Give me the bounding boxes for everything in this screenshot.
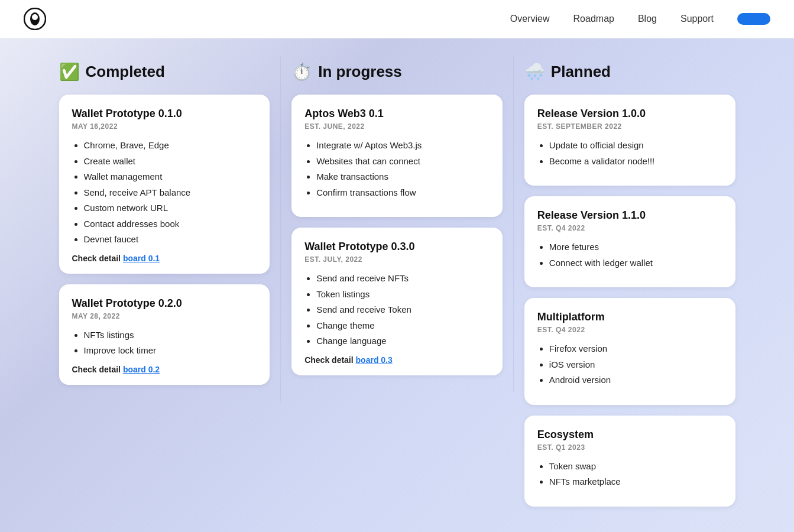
list-item: Improve lock timer bbox=[84, 344, 257, 358]
in-progress-icon: ⏱️ bbox=[291, 62, 312, 82]
list-item: Android version bbox=[549, 374, 722, 387]
card-title: Wallet Prototype 0.3.0 bbox=[304, 241, 490, 253]
card-footer: Check detail board 0.1 bbox=[72, 254, 257, 263]
list-item: Create wallet bbox=[84, 155, 257, 168]
card-items-list: Send and receive NFTsToken listingsSend … bbox=[304, 272, 490, 348]
card-date: MAY 28, 2022 bbox=[72, 312, 257, 320]
card-date: EST. SEPTEMBER 2022 bbox=[537, 122, 722, 131]
nav-links: OverviewRoadmapBlogSupport bbox=[510, 14, 714, 24]
list-item: Send, receive APT balance bbox=[84, 186, 257, 200]
column-planned: 🌨️PlannedRelease Version 1.0.0EST. SEPTE… bbox=[514, 56, 746, 523]
column-header-completed: ✅Completed bbox=[59, 62, 270, 82]
card-items-list: Token swapNFTs marketplace bbox=[537, 460, 722, 489]
nav-link-overview[interactable]: Overview bbox=[510, 14, 550, 24]
list-item: NFTs listings bbox=[84, 329, 257, 342]
card-date: EST. Q4 2022 bbox=[537, 224, 722, 232]
card-items-list: NFTs listingsImprove lock timer bbox=[72, 329, 257, 358]
card-items-list: Firefox versioniOS versionAndroid versio… bbox=[537, 342, 722, 387]
column-header-planned: 🌨️Planned bbox=[524, 62, 735, 82]
completed-icon: ✅ bbox=[59, 62, 80, 82]
card-planned-2: MultiplatformEST. Q4 2022Firefox version… bbox=[524, 298, 735, 405]
list-item: Change language bbox=[316, 335, 490, 348]
column-title-planned: Planned bbox=[551, 63, 611, 81]
card-title: Aptos Web3 0.1 bbox=[304, 108, 490, 120]
card-items-list: Integrate w/ Aptos Web3.jsWebsites that … bbox=[304, 139, 490, 199]
column-completed: ✅CompletedWallet Prototype 0.1.0MAY 16,2… bbox=[48, 56, 281, 401]
nav-link-support[interactable]: Support bbox=[680, 14, 714, 24]
list-item: Wallet management bbox=[84, 170, 257, 184]
list-item: Change theme bbox=[316, 319, 490, 333]
roadmap-columns: ✅CompletedWallet Prototype 0.1.0MAY 16,2… bbox=[48, 56, 746, 523]
planned-icon: 🌨️ bbox=[524, 62, 545, 82]
card-items-list: Chrome, Brave, EdgeCreate walletWallet m… bbox=[72, 139, 257, 246]
download-button[interactable] bbox=[737, 13, 770, 25]
column-in-progress: ⏱️In progressAptos Web3 0.1EST. JUNE, 20… bbox=[281, 56, 514, 392]
card-footer: Check detail board 0.3 bbox=[304, 355, 490, 365]
fewcha-logo-icon bbox=[24, 8, 46, 30]
column-header-in-progress: ⏱️In progress bbox=[291, 62, 503, 82]
svg-point-2 bbox=[32, 14, 38, 20]
card-footer-link[interactable]: board 0.2 bbox=[123, 365, 160, 374]
card-date: EST. Q4 2022 bbox=[537, 326, 722, 334]
card-title: Wallet Prototype 0.2.0 bbox=[72, 297, 257, 310]
card-title: Release Version 1.1.0 bbox=[537, 209, 722, 222]
card-title: Wallet Prototype 0.1.0 bbox=[72, 108, 257, 120]
card-footer-link[interactable]: board 0.3 bbox=[356, 355, 393, 365]
list-item: Firefox version bbox=[549, 342, 722, 356]
card-date: EST. JUNE, 2022 bbox=[304, 122, 490, 131]
list-item: Send and receive NFTs bbox=[316, 272, 490, 286]
column-title-completed: Completed bbox=[86, 63, 165, 81]
card-date: EST. JULY, 2022 bbox=[304, 255, 490, 264]
column-title-in-progress: In progress bbox=[318, 63, 402, 81]
list-item: NFTs marketplace bbox=[549, 475, 722, 489]
card-footer-link[interactable]: board 0.1 bbox=[123, 254, 160, 263]
card-title: Release Version 1.0.0 bbox=[537, 108, 722, 120]
card-items-list: More feturesConnect with ledger wallet bbox=[537, 241, 722, 270]
list-item: Send and receive Token bbox=[316, 303, 490, 317]
list-item: Make transactions bbox=[316, 170, 490, 184]
nav-logo[interactable] bbox=[24, 8, 52, 30]
list-item: Token swap bbox=[549, 460, 722, 473]
list-item: Custom network URL bbox=[84, 202, 257, 215]
card-in-progress-1: Wallet Prototype 0.3.0EST. JULY, 2022Sen… bbox=[291, 228, 503, 375]
list-item: iOS version bbox=[549, 358, 722, 372]
nav-link-roadmap[interactable]: Roadmap bbox=[573, 14, 614, 24]
card-title: Ecosystem bbox=[537, 429, 722, 441]
card-completed-1: Wallet Prototype 0.2.0MAY 28, 2022NFTs l… bbox=[59, 284, 270, 385]
card-date: EST. Q1 2023 bbox=[537, 443, 722, 452]
card-date: MAY 16,2022 bbox=[72, 122, 257, 131]
list-item: Connect with ledger wallet bbox=[549, 257, 722, 270]
list-item: Websites that can connect bbox=[316, 155, 490, 168]
list-item: Chrome, Brave, Edge bbox=[84, 139, 257, 153]
list-item: Become a validator node!!! bbox=[549, 155, 722, 168]
list-item: Confirm transactions flow bbox=[316, 186, 490, 200]
card-in-progress-0: Aptos Web3 0.1EST. JUNE, 2022Integrate w… bbox=[291, 95, 503, 217]
nav-link-blog[interactable]: Blog bbox=[638, 14, 657, 24]
card-planned-3: EcosystemEST. Q1 2023Token swapNFTs mark… bbox=[524, 416, 735, 507]
card-planned-0: Release Version 1.0.0EST. SEPTEMBER 2022… bbox=[524, 95, 735, 186]
card-planned-1: Release Version 1.1.0EST. Q4 2022More fe… bbox=[524, 196, 735, 287]
list-item: Contact addresses book bbox=[84, 218, 257, 231]
list-item: Token listings bbox=[316, 288, 490, 301]
list-item: More fetures bbox=[549, 241, 722, 254]
list-item: Integrate w/ Aptos Web3.js bbox=[316, 139, 490, 153]
list-item: Update to official design bbox=[549, 139, 722, 153]
list-item: Devnet faucet bbox=[84, 233, 257, 246]
card-footer: Check detail board 0.2 bbox=[72, 365, 257, 374]
card-items-list: Update to official designBecome a valida… bbox=[537, 139, 722, 168]
card-title: Multiplatform bbox=[537, 311, 722, 323]
card-completed-0: Wallet Prototype 0.1.0MAY 16,2022Chrome,… bbox=[59, 95, 270, 274]
